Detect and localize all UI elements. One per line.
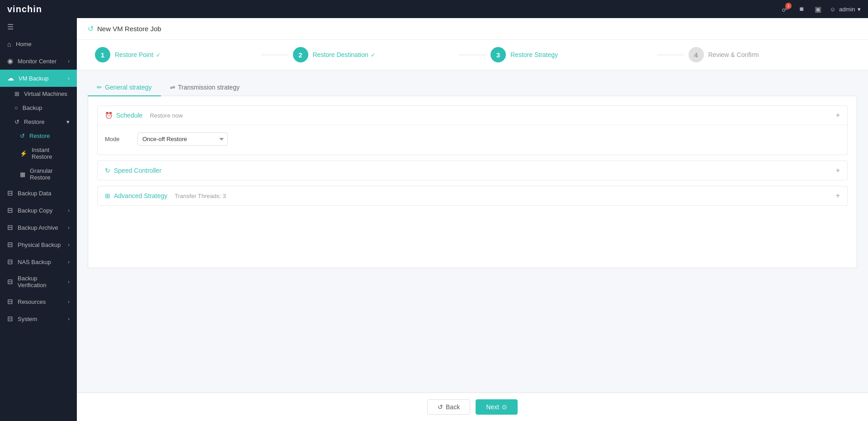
tabs: ✏ General strategy ⇌ Transmission strate…	[88, 79, 857, 96]
tab-general-strategy[interactable]: ✏ General strategy	[88, 79, 161, 96]
back-icon: ↺	[438, 403, 443, 411]
page-title: New VM Restore Job	[97, 25, 161, 33]
sidebar-item-vm-backup[interactable]: ☁ VM Backup ›	[0, 70, 77, 87]
advanced-strategy-expand-icon[interactable]: +	[836, 192, 840, 200]
restore-sub-icon: ↺	[20, 132, 25, 139]
main-content: ✏ General strategy ⇌ Transmission strate…	[77, 70, 868, 393]
system-chevron-icon: ›	[68, 316, 70, 322]
chat-icon[interactable]: ▣	[813, 5, 822, 14]
sidebar-label-backup-copy: Backup Copy	[18, 207, 63, 214]
granular-restore-icon: ▦	[20, 171, 25, 178]
schedule-icon: ⏰	[105, 112, 113, 119]
step-label-1: Restore Point ✓	[115, 51, 160, 58]
advanced-strategy-subtitle: Transfer Threads: 3	[175, 193, 226, 199]
restore-chevron-icon: ▾	[66, 118, 70, 125]
schedule-section: ⏰ Schedule Restore now + Mode Once-off R…	[97, 105, 848, 155]
advanced-strategy-header[interactable]: ⊞ Advanced Strategy Transfer Threads: 3 …	[98, 186, 847, 205]
sidebar-label-restore: Restore	[24, 118, 45, 125]
sidebar-subitem-restore-item[interactable]: ↺ Restore	[0, 129, 77, 143]
step-circle-1: 1	[95, 47, 110, 62]
sidebar-label-monitor: Monitor Center	[18, 58, 63, 65]
step-check-1: ✓	[156, 52, 160, 58]
sidebar-label-backup-archive: Backup Archive	[18, 224, 63, 231]
sidebar-item-system[interactable]: ⊟ System ›	[0, 310, 77, 327]
sidebar-label-physical-backup: Physical Backup	[18, 241, 63, 248]
sidebar-item-home[interactable]: ⌂ Home	[0, 36, 77, 52]
main-layout: ☰ ⌂ Home ◉ Monitor Center › ☁ VM Backup …	[0, 18, 868, 421]
advanced-strategy-icon: ⊞	[105, 192, 110, 199]
sidebar-label-system: System	[18, 316, 63, 322]
sidebar-item-backup-verification[interactable]: ⊟ Backup Verification ›	[0, 270, 77, 293]
sidebar: ☰ ⌂ Home ◉ Monitor Center › ☁ VM Backup …	[0, 18, 77, 421]
sidebar-item-physical-backup[interactable]: ⊟ Physical Backup ›	[0, 236, 77, 253]
sidebar-label-home: Home	[16, 41, 70, 47]
monitor-icon[interactable]: ■	[797, 5, 806, 14]
sidebar-item-backup-copy[interactable]: ⊟ Backup Copy ›	[0, 202, 77, 219]
wizard-step-4: 4 Review & Confirm	[689, 47, 850, 62]
speed-controller-header[interactable]: ↻ Speed Controller +	[98, 161, 847, 180]
sidebar-item-monitor[interactable]: ◉ Monitor Center ›	[0, 52, 77, 70]
tab-transmission-strategy[interactable]: ⇌ Transmission strategy	[161, 79, 249, 96]
monitor-chevron-icon: ›	[68, 58, 70, 64]
nas-backup-icon: ⊟	[7, 258, 13, 266]
step-divider-1	[261, 55, 288, 55]
schedule-subtitle: Restore now	[150, 112, 183, 119]
sidebar-subitem-restore[interactable]: ↺ Restore ▾	[0, 115, 77, 129]
speed-controller-icon: ↻	[105, 167, 110, 174]
logo: vinchin	[7, 4, 42, 14]
sidebar-label-resources: Resources	[18, 298, 63, 305]
page-header-restore-icon: ↺	[88, 24, 94, 33]
physical-backup-icon: ⊟	[7, 241, 13, 249]
sidebar-label-backup-verification: Backup Verification	[18, 275, 63, 289]
nas-backup-chevron-icon: ›	[68, 259, 70, 265]
wizard-steps: 1 Restore Point ✓ 2 Restore Destination …	[77, 40, 868, 70]
step-label-2: Restore Destination ✓	[313, 51, 376, 58]
top-header: vinchin ☍ 1 ■ ▣ ☺ admin ▾	[0, 0, 868, 18]
monitor-center-icon: ◉	[7, 57, 13, 65]
speed-controller-header-left: ↻ Speed Controller	[105, 167, 161, 174]
content-panel: ⏰ Schedule Restore now + Mode Once-off R…	[88, 96, 857, 268]
sidebar-item-resources[interactable]: ⊟ Resources ›	[0, 293, 77, 310]
transmission-tab-icon: ⇌	[170, 84, 175, 91]
notifications-icon[interactable]: ☍ 1	[781, 5, 790, 14]
sidebar-item-nas-backup[interactable]: ⊟ NAS Backup ›	[0, 253, 77, 270]
sidebar-label-granular-restore: Granular Restore	[30, 167, 70, 181]
schedule-title: Schedule	[116, 112, 142, 119]
sidebar-label-backup-data: Backup Data	[18, 190, 70, 197]
sidebar-label-restore-sub: Restore	[29, 132, 50, 139]
mode-select[interactable]: Once-off Restore Scheduled Restore	[137, 132, 228, 146]
grid-icon: ⊞	[14, 90, 19, 97]
sidebar-label-backup: Backup	[23, 104, 42, 111]
advanced-strategy-header-left: ⊞ Advanced Strategy Transfer Threads: 3	[105, 192, 226, 199]
speed-controller-expand-icon[interactable]: +	[836, 166, 840, 175]
step-circle-2: 2	[293, 47, 308, 62]
backup-copy-chevron-icon: ›	[68, 208, 70, 213]
step-divider-2	[459, 55, 486, 55]
sidebar-label-vm-backup: VM Backup	[19, 75, 63, 82]
sidebar-subitem-instant-restore[interactable]: ⚡ Instant Restore	[0, 143, 77, 164]
sidebar-item-backup-archive[interactable]: ⊟ Backup Archive ›	[0, 219, 77, 236]
user-menu[interactable]: ☺ admin ▾	[830, 6, 861, 13]
user-chevron-icon: ▾	[858, 6, 861, 13]
user-icon: ☺	[830, 6, 835, 13]
sidebar-item-backup-data[interactable]: ⊟ Backup Data	[0, 184, 77, 202]
sidebar-subitem-virtual-machines[interactable]: ⊞ Virtual Machines	[0, 87, 77, 101]
header-right: ☍ 1 ■ ▣ ☺ admin ▾	[781, 5, 861, 14]
step-label-4: Review & Confirm	[708, 51, 759, 58]
step-circle-3: 3	[491, 47, 506, 62]
sidebar-toggle[interactable]: ☰	[0, 18, 77, 36]
system-icon: ⊟	[7, 315, 13, 323]
next-icon: ⊙	[502, 403, 507, 411]
back-button[interactable]: ↺ Back	[427, 399, 470, 415]
backup-verification-icon: ⊟	[7, 278, 13, 286]
sidebar-subitem-backup[interactable]: ○ Backup	[0, 101, 77, 115]
next-button[interactable]: Next ⊙	[476, 399, 518, 415]
logo-vin: vin	[7, 4, 22, 14]
resources-icon: ⊟	[7, 298, 13, 306]
page-header: ↺ New VM Restore Job	[77, 18, 868, 40]
schedule-expand-icon[interactable]: +	[836, 111, 840, 119]
schedule-section-header[interactable]: ⏰ Schedule Restore now +	[98, 106, 847, 125]
sidebar-subitem-granular-restore[interactable]: ▦ Granular Restore	[0, 164, 77, 184]
logo-chin: chin	[22, 4, 42, 14]
speed-controller-title: Speed Controller	[114, 167, 161, 174]
